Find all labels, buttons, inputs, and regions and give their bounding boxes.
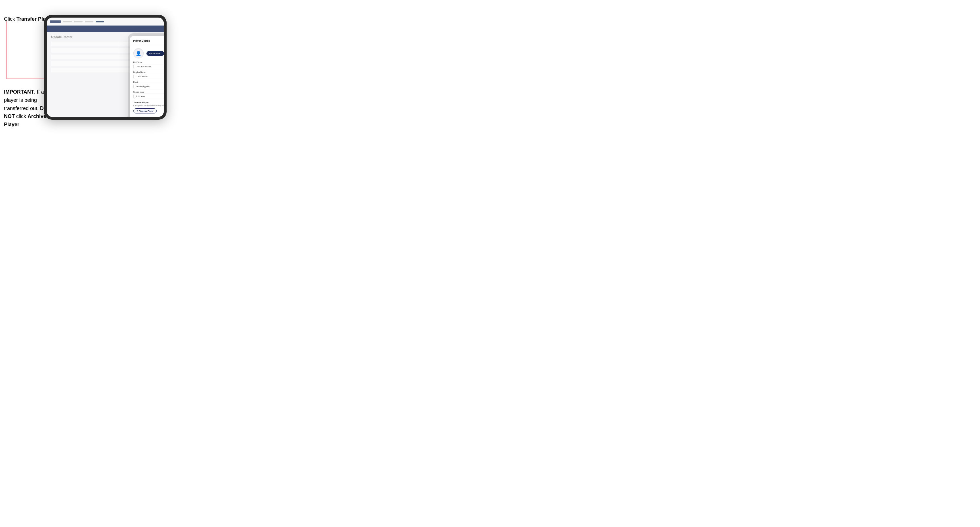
full-name-group: Full Name [134, 61, 164, 69]
transfer-player-section: Transfer Player If this player has moved… [134, 101, 164, 113]
tablet-screen: Update Roster Player Details × [47, 17, 164, 117]
player-details-modal: Player Details × 👤 Upload Photo Full Nam [130, 36, 164, 117]
school-year-label: School Year [134, 91, 164, 93]
tablet-subheader [47, 25, 164, 32]
roster-title: Update Roster [51, 35, 72, 38]
tablet-device: Update Roster Player Details × [44, 15, 167, 120]
avatar-row: 👤 Upload Photo [134, 48, 164, 59]
email-label: Email [134, 81, 164, 83]
full-name-label: Full Name [134, 61, 164, 63]
transfer-section-description: If this player has moved to another scho… [134, 105, 164, 107]
nav-item-3 [85, 21, 93, 22]
display-name-input[interactable] [134, 74, 164, 79]
instruction-top-prefix: Click [4, 16, 16, 22]
transfer-player-button[interactable]: ↺ Transfer Player [134, 108, 157, 113]
full-name-input[interactable] [134, 64, 164, 69]
instruction-text2: click [15, 113, 27, 119]
avatar: 👤 [134, 48, 143, 59]
refresh-icon: ↺ [137, 110, 138, 112]
nav-item-1 [63, 21, 72, 22]
nav-item-active [95, 21, 104, 22]
nav-logo [50, 21, 61, 23]
tablet-nav [47, 17, 164, 25]
instruction-important: IMPORTANT [4, 89, 34, 95]
school-year-group: School Year First Year Second Year Third… [134, 91, 164, 99]
email-group: Email [134, 81, 164, 89]
modal-body: 👤 Upload Photo Full Name Display Name [130, 45, 164, 117]
school-year-select[interactable]: First Year Second Year Third Year Fourth… [134, 94, 164, 99]
transfer-player-label: Transfer Player [139, 110, 154, 112]
modal-title: Player Details [134, 40, 150, 42]
school-year-select-wrapper: First Year Second Year Third Year Fourth… [134, 94, 164, 99]
user-icon: 👤 [136, 51, 142, 56]
modal-overlay: Player Details × 👤 Upload Photo Full Nam [128, 33, 164, 117]
display-name-group: Display Name [134, 71, 164, 79]
email-input[interactable] [134, 84, 164, 89]
instruction-bottom: IMPORTANT: If a player is being transfer… [4, 88, 49, 129]
modal-header: Player Details × [130, 36, 164, 45]
upload-photo-button[interactable]: Upload Photo [146, 51, 164, 56]
display-name-label: Display Name [134, 71, 164, 73]
transfer-section-title: Transfer Player [134, 101, 164, 104]
nav-item-2 [74, 21, 83, 22]
